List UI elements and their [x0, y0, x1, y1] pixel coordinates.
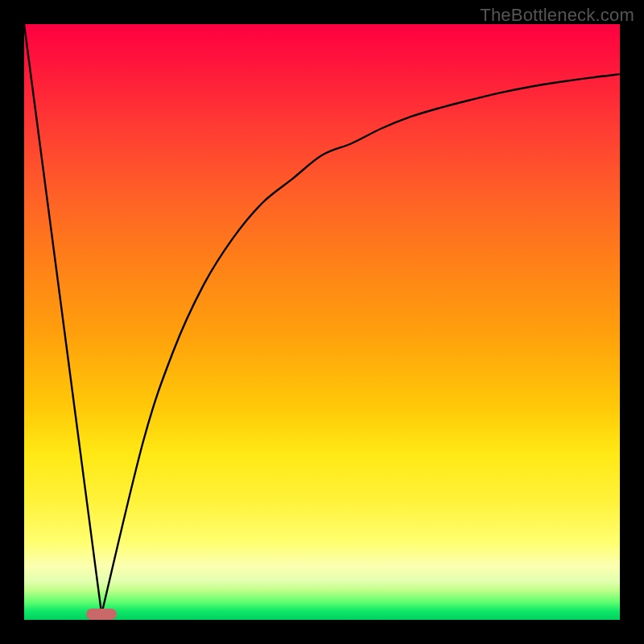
curve-left-branch [24, 24, 101, 614]
chart-frame: TheBottleneck.com [0, 0, 644, 644]
bottleneck-curve [24, 24, 620, 620]
bottleneck-marker [86, 609, 117, 620]
watermark-text: TheBottleneck.com [480, 5, 634, 26]
curve-right-branch [101, 74, 620, 613]
plot-area [24, 24, 620, 620]
